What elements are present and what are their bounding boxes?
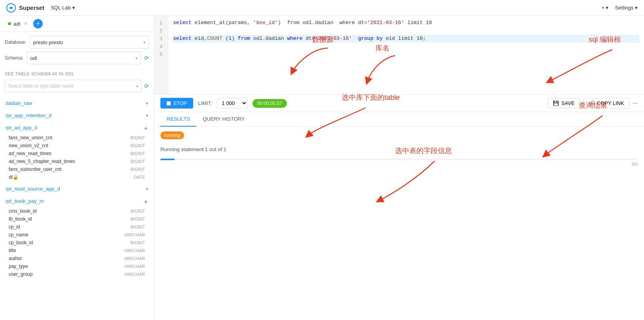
field-type: DATE xyxy=(134,175,145,180)
field-name: tb_book_id xyxy=(9,216,32,222)
code-line-2 xyxy=(173,27,639,35)
field-name: fans_subscribe_user_cnt xyxy=(9,167,61,172)
table-fields-rpt-book-pay: cms_book_id BIGINT tb_book_id BIGINT cp_… xyxy=(0,207,154,280)
table-refresh-icon[interactable]: ⟳ xyxy=(144,83,149,89)
schema-select[interactable]: odl ▾ xyxy=(26,52,141,64)
field-row: tb_book_id BIGINT xyxy=(6,215,148,223)
limit-select[interactable]: 1 000 5 000 10 000 xyxy=(217,98,248,109)
tab-close-icon[interactable]: × xyxy=(24,21,27,26)
table-group-header-rpt-ad-app[interactable]: rpt_ad_app_d ▲ xyxy=(0,122,154,134)
sidebar-controls: Database: presto presto ▾ Schema: odl ▾ … xyxy=(0,32,154,68)
field-name: ad_new_5_chapter_read_times xyxy=(9,159,75,164)
field-name: cp_name xyxy=(9,232,28,238)
field-name: cp_id xyxy=(9,224,20,230)
database-select[interactable]: presto presto ▾ xyxy=(30,36,149,49)
field-name: fans_new_union_cnt xyxy=(9,135,52,140)
field-type: VARCHAR xyxy=(124,248,145,253)
link-icon: 🔗 xyxy=(588,100,595,106)
schema-refresh-icon[interactable]: ⟳ xyxy=(144,55,149,61)
progress-bar-container xyxy=(160,159,638,160)
table-group-header-dadian-raw[interactable]: dadian_raw ▾ xyxy=(0,97,154,109)
code-line-3: select eid,COUNT (1) from odl.dadian whe… xyxy=(173,35,639,43)
field-type: VARCHAR xyxy=(124,232,145,237)
field-name: new_union_v2_cnt xyxy=(9,143,48,148)
table-group-name: rpt_app_retention_d xyxy=(6,112,51,118)
table-fields-rpt-ad-app: fans_new_union_cnt BIGINT new_union_v2_c… xyxy=(0,134,154,183)
running-badge: running xyxy=(160,131,184,139)
plus-button[interactable]: + ▾ xyxy=(601,5,608,11)
line-num-4: 4 xyxy=(154,43,168,51)
field-type: VARCHAR xyxy=(124,256,145,261)
field-name: dt🔒 xyxy=(9,174,19,180)
stop-button[interactable]: STOP xyxy=(160,98,193,109)
table-group-header-rpt-app-retention[interactable]: rpt_app_retention_d ▾ xyxy=(0,109,154,122)
table-group-rpt-ad-app: rpt_ad_app_d ▲ fans_new_union_cnt BIGINT… xyxy=(0,122,154,183)
superset-logo-icon xyxy=(6,3,16,13)
field-type: BIGINT xyxy=(130,240,145,245)
sidebar: adl × + Database: presto presto ▾ Schema… xyxy=(0,16,154,320)
content-area: 1 2 3 4 5 select element_at(params, 'box… xyxy=(154,16,644,320)
field-row: cp_name VARCHAR xyxy=(6,231,148,239)
save-button[interactable]: 💾 SAVE xyxy=(548,98,580,109)
table-group-rpt-book-pay: rpt_book_pay_m ▲ cms_book_id BIGINT tb_b… xyxy=(0,195,154,280)
toolbar-right: 💾 SAVE 🔗 COPY LINK ··· xyxy=(548,98,638,109)
tab-add-button[interactable]: + xyxy=(33,19,43,28)
field-row: pay_type VARCHAR xyxy=(6,262,148,270)
table-group-header-rpt-read-source[interactable]: rpt_read_source_app_d ▾ xyxy=(0,183,154,195)
editor-lines: 1 2 3 4 5 select element_at(params, 'box… xyxy=(154,16,644,94)
schema-section: SEE TABLE SCHEMA 40 IN ODL xyxy=(0,68,154,78)
progress-label: 3% xyxy=(631,162,638,167)
code-line-5 xyxy=(173,51,639,58)
field-name: pay_type xyxy=(9,264,28,269)
database-row: Database: presto presto ▾ xyxy=(5,36,149,49)
field-name: cp_book_id xyxy=(9,240,33,245)
field-type: BIGINT xyxy=(130,143,145,148)
tab-results[interactable]: RESULTS xyxy=(160,112,196,127)
expand-icon: ▾ xyxy=(146,113,148,118)
collapse-icon: ▲ xyxy=(143,198,148,204)
table-group-header-rpt-book-pay[interactable]: rpt_book_pay_m ▲ xyxy=(0,195,154,207)
code-area[interactable]: select element_at(params, 'box_id') from… xyxy=(168,16,644,94)
field-name: title xyxy=(9,248,16,253)
sidebar-tabs: adl × + xyxy=(0,16,154,32)
copy-link-button[interactable]: 🔗 COPY LINK xyxy=(583,98,629,109)
field-row: dt🔒 DATE xyxy=(6,173,148,181)
code-line-4 xyxy=(173,43,639,51)
expand-icon: ▾ xyxy=(146,186,148,192)
field-row: new_union_v2_cnt BIGINT xyxy=(6,142,148,150)
field-type: BIGINT xyxy=(130,225,145,229)
field-row: ad_new_read_times BIGINT xyxy=(6,150,148,157)
table-select-row: Select table or type table name ▾ ⟳ xyxy=(0,78,154,95)
settings-button[interactable]: Settings ▾ xyxy=(615,5,638,11)
field-row: cp_id BIGINT xyxy=(6,223,148,231)
code-line-1: select element_at(params, 'box_id') from… xyxy=(173,19,639,27)
table-group-name: rpt_ad_app_d xyxy=(6,125,37,131)
line-num-3: 3 xyxy=(154,35,168,43)
line-numbers: 1 2 3 4 5 xyxy=(154,16,168,94)
field-name: author xyxy=(9,256,22,261)
tab-status-dot xyxy=(8,22,11,25)
sql-editor[interactable]: 1 2 3 4 5 select element_at(params, 'box… xyxy=(154,16,644,95)
field-row: author VARCHAR xyxy=(6,255,148,262)
field-row: user_group VARCHAR xyxy=(6,270,148,278)
field-type: BIGINT xyxy=(130,159,145,164)
tab-adl[interactable]: adl × xyxy=(5,19,30,28)
more-options-icon[interactable]: ··· xyxy=(633,100,638,107)
schema-table-label: SEE TABLE SCHEMA 40 IN ODL xyxy=(5,71,74,76)
schema-arrow-icon: ▾ xyxy=(136,56,137,60)
timer-badge: 00:00:05.57 xyxy=(252,99,287,108)
field-type: VARCHAR xyxy=(124,264,145,269)
line-num-2: 2 xyxy=(154,27,168,35)
nav-right: + ▾ Settings ▾ xyxy=(601,5,638,11)
field-row: ad_new_5_chapter_read_times BIGINT xyxy=(6,157,148,165)
table-select-dropdown[interactable]: Select table or type table name ▾ xyxy=(5,80,142,92)
table-group-name: rpt_read_source_app_d xyxy=(6,186,60,192)
tab-query-history[interactable]: QUERY HISTORY xyxy=(196,112,251,127)
main-layout: adl × + Database: presto presto ▾ Schema… xyxy=(0,16,644,320)
stop-icon xyxy=(167,101,171,105)
field-name: cms_book_id xyxy=(9,208,37,214)
sql-lab-menu[interactable]: SQL Lab ▾ xyxy=(51,5,75,11)
line-num-1: 1 xyxy=(154,19,168,27)
field-type: VARCHAR xyxy=(124,272,145,277)
results-content: running Running statement 1 out of 1 3% xyxy=(154,127,644,320)
